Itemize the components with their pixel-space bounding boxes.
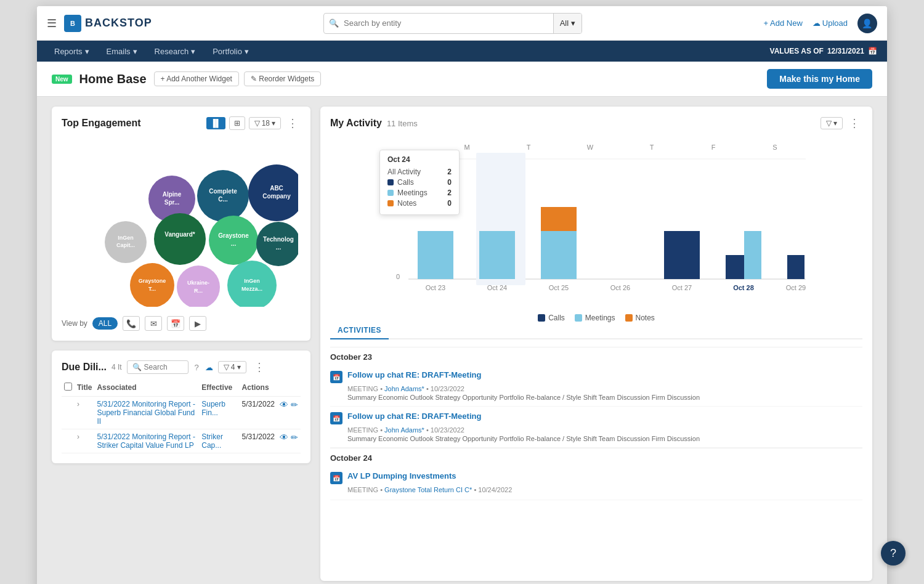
- menu-icon[interactable]: ☰: [47, 17, 57, 30]
- svg-text:F: F: [711, 144, 716, 151]
- dd-edit-icon-1[interactable]: ✏: [291, 400, 298, 410]
- activity-summary-1: Summary Economic Outlook Strategy Opport…: [347, 394, 862, 401]
- activity-item: 📅 Follow up chat RE: DRAFT-Meeting MEETI…: [330, 365, 862, 407]
- logo-icon: B: [64, 15, 81, 32]
- activity-author-1[interactable]: John Adams*: [384, 385, 424, 392]
- app-title: BACKSTOP: [85, 17, 152, 30]
- dd-table: Title Associated Effective Actions ›: [62, 379, 301, 453]
- activity-link-1[interactable]: Follow up chat RE: DRAFT-Meeting: [347, 370, 481, 379]
- calls-color: [538, 314, 545, 322]
- svg-text:Graystone: Graystone: [139, 278, 166, 284]
- activity-date-oct23: October 23: [330, 347, 862, 365]
- dd-col-effective: Effective: [199, 379, 239, 397]
- values-date: 12/31/2021: [827, 47, 864, 55]
- chart-legend: Calls Meetings Notes: [330, 314, 862, 322]
- activity-meta-3: MEETING • Graystone Total Return CI C* •…: [347, 486, 862, 493]
- dd-filter-button[interactable]: ▽ 4 ▾: [218, 361, 246, 373]
- phone-icon-btn[interactable]: 📞: [123, 316, 140, 331]
- svg-text:M: M: [464, 144, 469, 151]
- meetings-color: [575, 314, 582, 322]
- add-widget-button[interactable]: + Add Another Widget: [154, 71, 239, 86]
- dd-associated-1[interactable]: Superb Fin...: [201, 400, 225, 417]
- chart-view-button[interactable]: ▐▌: [206, 117, 225, 129]
- svg-text:Oct 23: Oct 23: [426, 284, 445, 291]
- dd-col-associated: Associated: [94, 379, 199, 397]
- dd-title-1[interactable]: 5/31/2022 Monitoring Report - Superb Fin…: [97, 400, 195, 426]
- activity-chart: Oct 24 All Activity 2 Calls 0: [330, 137, 862, 310]
- dd-help-icon[interactable]: ?: [195, 363, 199, 372]
- email-icon-btn[interactable]: ✉: [145, 316, 162, 331]
- top-engagement-title: Top Engagement: [62, 118, 141, 129]
- svg-text:Alpine: Alpine: [163, 191, 182, 198]
- svg-point-12: [154, 213, 206, 265]
- video-icon-btn[interactable]: ▶: [189, 316, 206, 331]
- dd-expand-1[interactable]: ›: [75, 397, 94, 429]
- svg-point-20: [130, 263, 174, 307]
- svg-rect-40: [418, 231, 453, 279]
- dd-associated-2[interactable]: Striker Cap...: [201, 432, 223, 450]
- dd-search-box[interactable]: 🔍: [127, 360, 188, 374]
- chart-tooltip: Oct 24 All Activity 2 Calls 0: [379, 150, 460, 215]
- tooltip-notes-label: Notes: [397, 199, 444, 208]
- svg-rect-41: [479, 231, 515, 279]
- activity-link-3[interactable]: AV LP Dumping Investments: [347, 471, 456, 481]
- nav-research[interactable]: Research ▾: [147, 43, 203, 60]
- activity-icon: 📅: [330, 412, 342, 424]
- calendar-icon[interactable]: 📅: [868, 47, 877, 55]
- dd-view-icon-2[interactable]: 👁: [280, 432, 288, 442]
- svg-text:C...: C...: [218, 196, 228, 203]
- more-options-button[interactable]: ⋮: [285, 116, 301, 130]
- tooltip-calls-label: Calls: [397, 178, 444, 187]
- tab-activities[interactable]: ACTIVITIES: [330, 322, 389, 339]
- activity-summary-2: Summary Economic Outlook Strategy Opport…: [347, 435, 862, 442]
- dd-search-input[interactable]: [144, 363, 181, 371]
- make-home-button[interactable]: Make this my Home: [767, 69, 872, 89]
- activity-author-3[interactable]: Graystone Total Return CI C*: [384, 486, 472, 493]
- activity-more-button[interactable]: ⋮: [846, 116, 862, 130]
- activity-author-2[interactable]: John Adams*: [384, 426, 424, 434]
- svg-rect-47: [787, 255, 804, 279]
- svg-rect-45: [726, 255, 744, 279]
- dd-edit-icon-2[interactable]: ✏: [291, 432, 298, 442]
- dd-select-all-checkbox[interactable]: [64, 383, 72, 391]
- activity-link-2[interactable]: Follow up chat RE: DRAFT-Meeting: [347, 412, 481, 421]
- svg-text:W: W: [587, 144, 594, 151]
- svg-text:Oct 26: Oct 26: [610, 284, 630, 291]
- activity-date-oct24: October 24: [330, 448, 862, 466]
- upload-button[interactable]: ☁ Upload: [813, 18, 848, 28]
- reorder-widgets-button[interactable]: ✎ Reorder Widgets: [244, 71, 321, 86]
- due-diligence-widget: Due Dili... 4 It 🔍 ? ☁ ▽ 4 ▾: [52, 351, 310, 463]
- new-badge: New: [52, 75, 72, 84]
- dd-search-icon: 🔍: [132, 363, 142, 371]
- search-input[interactable]: [344, 18, 553, 28]
- svg-text:Oct 24: Oct 24: [487, 284, 507, 291]
- dd-view-icon-1[interactable]: 👁: [280, 400, 288, 410]
- filter-button[interactable]: ▽ 18 ▾: [249, 117, 281, 129]
- legend-calls: Calls: [538, 314, 565, 322]
- bubble-chart: Alpine Spr... Complete C... ABC Company: [62, 137, 301, 310]
- nav-reports[interactable]: Reports ▾: [47, 43, 97, 60]
- activity-filter-button[interactable]: ▽ ▾: [821, 117, 843, 129]
- avatar[interactable]: 👤: [857, 14, 877, 33]
- svg-text:Company: Company: [262, 193, 291, 200]
- svg-text:Mezza...: Mezza...: [241, 286, 262, 292]
- add-new-button[interactable]: + Add New: [764, 18, 803, 28]
- nav-portfolio[interactable]: Portfolio ▾: [205, 43, 256, 60]
- view-by-all-button[interactable]: ALL: [92, 317, 118, 330]
- dd-upload-icon[interactable]: ☁: [205, 363, 213, 372]
- activity-tabs: ACTIVITIES: [330, 322, 862, 339]
- tooltip-meetings-val: 2: [447, 189, 452, 197]
- search-filter-dropdown[interactable]: All ▾: [553, 14, 582, 33]
- dd-more-button[interactable]: ⋮: [251, 360, 267, 374]
- bubble-chart-svg: Alpine Spr... Complete C... ABC Company: [64, 140, 298, 307]
- svg-text:InGen: InGen: [244, 278, 260, 284]
- nav-emails[interactable]: Emails ▾: [99, 43, 145, 60]
- calendar-icon-btn[interactable]: 📅: [167, 316, 184, 331]
- svg-rect-43: [541, 207, 577, 231]
- cloud-upload-icon: ☁: [813, 18, 821, 28]
- legend-notes: Notes: [625, 314, 655, 322]
- dd-title-2[interactable]: 5/31/2022 Monitoring Report - Striker Ca…: [97, 432, 195, 450]
- svg-rect-46: [744, 231, 761, 279]
- table-view-button[interactable]: ⊞: [229, 116, 245, 130]
- dd-expand-2[interactable]: ›: [75, 429, 94, 453]
